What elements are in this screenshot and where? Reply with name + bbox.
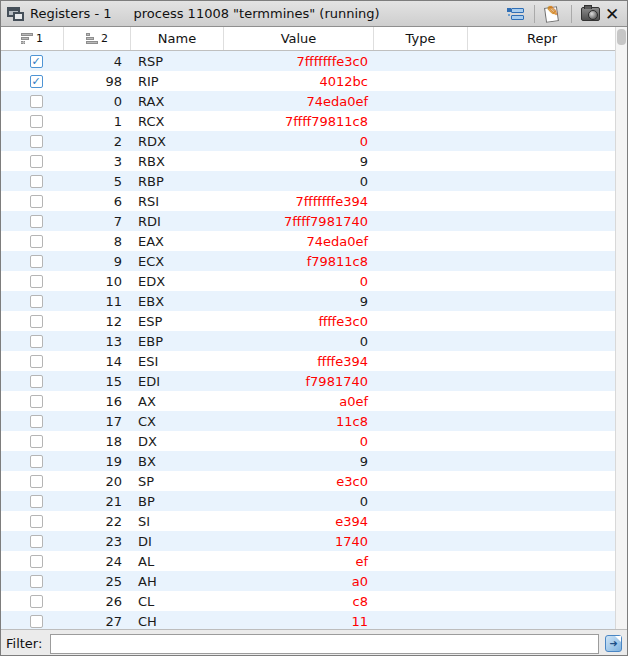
favorite-checkbox[interactable]: [30, 355, 43, 368]
register-value[interactable]: f79811c8: [224, 254, 374, 269]
table-row[interactable]: ✓ 4 RSP 7fffffffe3c0: [1, 51, 617, 71]
auto-read-stack-icon[interactable]: [505, 3, 527, 25]
table-row[interactable]: 6 RSI 7fffffffe394: [1, 191, 617, 211]
favorite-checkbox[interactable]: [30, 495, 43, 508]
favorite-checkbox[interactable]: ✓: [30, 55, 43, 68]
table-row[interactable]: 26 CL c8: [1, 591, 617, 611]
column-header-name[interactable]: Name: [131, 27, 224, 50]
table-row[interactable]: 23 DI 1740: [1, 531, 617, 551]
scrollbar-thumb[interactable]: [617, 29, 626, 45]
register-value[interactable]: ffffe394: [224, 354, 374, 369]
register-value[interactable]: 0: [224, 274, 374, 289]
register-value[interactable]: 4012bc: [224, 74, 374, 89]
table-row[interactable]: 11 EBX 9: [1, 291, 617, 311]
favorite-checkbox[interactable]: [30, 195, 43, 208]
table-row[interactable]: 10 EDX 0: [1, 271, 617, 291]
favorite-checkbox[interactable]: [30, 175, 43, 188]
favorite-checkbox[interactable]: [30, 615, 43, 628]
favorite-checkbox[interactable]: [30, 515, 43, 528]
register-value[interactable]: ffffe3c0: [224, 314, 374, 329]
favorite-checkbox[interactable]: [30, 435, 43, 448]
table-row[interactable]: 18 DX 0: [1, 431, 617, 451]
favorite-checkbox[interactable]: [30, 235, 43, 248]
register-value[interactable]: e394: [224, 514, 374, 529]
register-value[interactable]: 0: [224, 134, 374, 149]
register-value[interactable]: a0ef: [224, 394, 374, 409]
favorite-checkbox[interactable]: [30, 475, 43, 488]
register-value[interactable]: 0: [224, 434, 374, 449]
table-row[interactable]: 14 ESI ffffe394: [1, 351, 617, 371]
register-value[interactable]: 9: [224, 294, 374, 309]
filter-options-icon[interactable]: ➜: [605, 635, 622, 652]
favorite-checkbox[interactable]: [30, 395, 43, 408]
favorite-checkbox[interactable]: [30, 375, 43, 388]
table-row[interactable]: 15 EDI f7981740: [1, 371, 617, 391]
favorite-checkbox[interactable]: [30, 95, 43, 108]
favorite-checkbox[interactable]: [30, 255, 43, 268]
table-row[interactable]: 20 SP e3c0: [1, 471, 617, 491]
table-row[interactable]: 0 RAX 74eda0ef: [1, 91, 617, 111]
table-row[interactable]: 9 ECX f79811c8: [1, 251, 617, 271]
register-value[interactable]: c8: [224, 594, 374, 609]
table-row[interactable]: 13 EBP 0: [1, 331, 617, 351]
register-value[interactable]: 7ffff7981740: [224, 214, 374, 229]
enable-edits-icon[interactable]: ✎: [542, 3, 564, 25]
table-row[interactable]: 25 AH a0: [1, 571, 617, 591]
register-value[interactable]: 1740: [224, 534, 374, 549]
table-row[interactable]: 1 RCX 7ffff79811c8: [1, 111, 617, 131]
register-value[interactable]: a0: [224, 574, 374, 589]
register-value[interactable]: 11c8: [224, 414, 374, 429]
register-value[interactable]: 7fffffffe394: [224, 194, 374, 209]
register-value[interactable]: 0: [224, 494, 374, 509]
column-header-number[interactable]: 2: [64, 27, 131, 50]
table-row[interactable]: 7 RDI 7ffff7981740: [1, 211, 617, 231]
table-row[interactable]: 16 AX a0ef: [1, 391, 617, 411]
favorite-checkbox[interactable]: [30, 575, 43, 588]
table-row[interactable]: 5 RBP 0: [1, 171, 617, 191]
register-value[interactable]: 9: [224, 154, 374, 169]
table-row[interactable]: 12 ESP ffffe3c0: [1, 311, 617, 331]
table-row[interactable]: ✓ 98 RIP 4012bc: [1, 71, 617, 91]
favorite-checkbox[interactable]: [30, 335, 43, 348]
register-value[interactable]: 11: [224, 614, 374, 629]
favorite-checkbox[interactable]: [30, 295, 43, 308]
favorite-checkbox[interactable]: [30, 215, 43, 228]
table-row[interactable]: 27 CH 11: [1, 611, 617, 629]
favorite-checkbox[interactable]: [30, 155, 43, 168]
register-value[interactable]: 7fffffffe3c0: [224, 54, 374, 69]
table-row[interactable]: 17 CX 11c8: [1, 411, 617, 431]
table-row[interactable]: 19 BX 9: [1, 451, 617, 471]
filter-input[interactable]: [50, 634, 599, 654]
table-row[interactable]: 24 AL ef: [1, 551, 617, 571]
register-value[interactable]: 7ffff79811c8: [224, 114, 374, 129]
favorite-checkbox[interactable]: [30, 595, 43, 608]
favorite-checkbox[interactable]: [30, 455, 43, 468]
favorite-checkbox[interactable]: [30, 415, 43, 428]
favorite-checkbox[interactable]: [30, 315, 43, 328]
table-row[interactable]: 8 EAX 74eda0ef: [1, 231, 617, 251]
favorite-checkbox[interactable]: [30, 115, 43, 128]
table-row[interactable]: 22 SI e394: [1, 511, 617, 531]
column-header-favorite[interactable]: 1: [1, 27, 64, 50]
favorite-checkbox[interactable]: [30, 275, 43, 288]
snapshot-camera-icon[interactable]: [579, 3, 601, 25]
column-header-repr[interactable]: Repr: [468, 27, 617, 50]
register-value[interactable]: f7981740: [224, 374, 374, 389]
register-value[interactable]: 9: [224, 454, 374, 469]
favorite-checkbox[interactable]: ✓: [30, 75, 43, 88]
register-value[interactable]: 74eda0ef: [224, 234, 374, 249]
register-value[interactable]: ef: [224, 554, 374, 569]
table-row[interactable]: 21 BP 0: [1, 491, 617, 511]
register-value[interactable]: 0: [224, 334, 374, 349]
register-value[interactable]: e3c0: [224, 474, 374, 489]
register-value[interactable]: 74eda0ef: [224, 94, 374, 109]
table-row[interactable]: 2 RDX 0: [1, 131, 617, 151]
table-row[interactable]: 3 RBX 9: [1, 151, 617, 171]
vertical-scrollbar[interactable]: [615, 27, 627, 629]
column-header-value[interactable]: Value: [224, 27, 374, 50]
favorite-checkbox[interactable]: [30, 535, 43, 548]
favorite-checkbox[interactable]: [30, 555, 43, 568]
favorite-checkbox[interactable]: [30, 135, 43, 148]
close-icon[interactable]: ✕: [601, 3, 623, 25]
register-value[interactable]: 0: [224, 174, 374, 189]
